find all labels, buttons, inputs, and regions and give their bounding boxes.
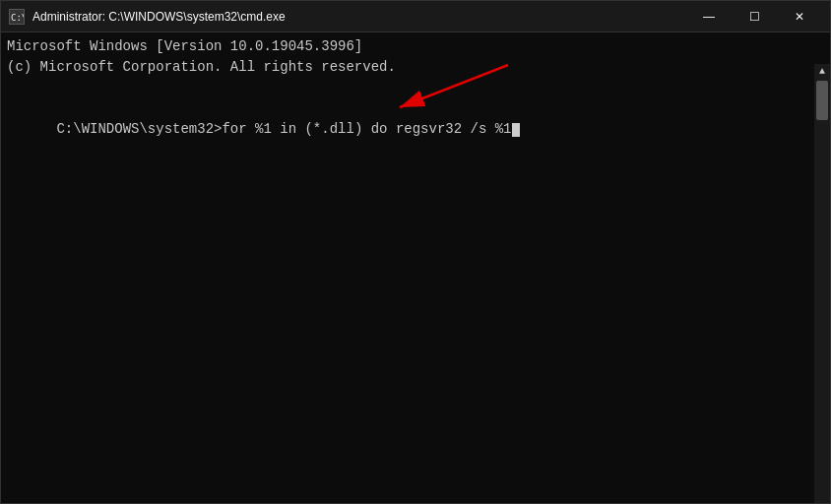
cursor <box>512 123 520 137</box>
command-text: for %1 in (*.dll) do regsvr32 /s %1 <box>222 121 511 137</box>
title-bar: C:\ Administrator: C:\WINDOWS\system32\c… <box>1 1 830 32</box>
window-title: Administrator: C:\WINDOWS\system32\cmd.e… <box>32 10 686 24</box>
minimize-button[interactable]: — <box>686 1 732 32</box>
console-line-1: Microsoft Windows [Version 10.0.19045.39… <box>7 36 824 57</box>
cmd-icon: C:\ <box>9 9 25 25</box>
cmd-window: C:\ Administrator: C:\WINDOWS\system32\c… <box>0 0 831 504</box>
console-line-3 <box>7 78 824 98</box>
close-button[interactable]: ✕ <box>777 1 822 32</box>
maximize-button[interactable]: ☐ <box>732 1 777 32</box>
prompt-text: C:\WINDOWS\system32> <box>56 121 222 137</box>
scrollbar[interactable]: ▲ ▼ <box>814 64 830 503</box>
svg-text:C:\: C:\ <box>11 13 24 23</box>
scroll-up-arrow[interactable]: ▲ <box>817 64 827 79</box>
console-body[interactable]: Microsoft Windows [Version 10.0.19045.39… <box>1 32 830 503</box>
console-line-2: (c) Microsoft Corporation. All rights re… <box>7 57 824 78</box>
console-prompt-line: C:\WINDOWS\system32>for %1 in (*.dll) do… <box>7 98 824 160</box>
scrollbar-thumb[interactable] <box>816 81 828 120</box>
window-controls: — ☐ ✕ <box>686 1 822 32</box>
